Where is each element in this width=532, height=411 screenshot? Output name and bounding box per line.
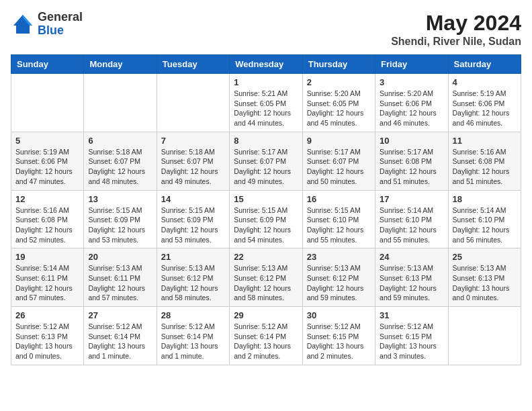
day-info: Sunrise: 5:13 AMSunset: 6:12 PMDaylight:…	[161, 263, 225, 303]
day-number: 31	[380, 310, 443, 320]
calendar-cell: 12Sunrise: 5:16 AMSunset: 6:08 PMDayligh…	[11, 190, 84, 248]
calendar-cell: 9Sunrise: 5:17 AMSunset: 6:07 PMDaylight…	[302, 132, 375, 190]
day-info: Sunrise: 5:14 AMSunset: 6:10 PMDaylight:…	[380, 205, 443, 245]
day-number: 17	[380, 194, 443, 204]
calendar-cell: 21Sunrise: 5:13 AMSunset: 6:12 PMDayligh…	[157, 248, 229, 307]
day-info: Sunrise: 5:12 AMSunset: 6:14 PMDaylight:…	[88, 322, 152, 361]
day-number: 14	[161, 194, 225, 204]
day-info: Sunrise: 5:19 AMSunset: 6:06 PMDaylight:…	[453, 89, 517, 128]
day-info: Sunrise: 5:13 AMSunset: 6:12 PMDaylight:…	[307, 263, 371, 303]
calendar-cell: 18Sunrise: 5:14 AMSunset: 6:10 PMDayligh…	[448, 190, 521, 248]
calendar-cell: 1Sunrise: 5:21 AMSunset: 6:05 PMDaylight…	[230, 74, 302, 132]
calendar-cell: 2Sunrise: 5:20 AMSunset: 6:05 PMDaylight…	[302, 74, 375, 132]
day-number: 11	[453, 136, 517, 146]
day-number: 26	[15, 310, 79, 320]
calendar-cell: 16Sunrise: 5:15 AMSunset: 6:10 PMDayligh…	[302, 190, 375, 248]
day-info: Sunrise: 5:14 AMSunset: 6:11 PMDaylight:…	[15, 263, 79, 303]
day-number: 10	[380, 136, 443, 146]
day-info: Sunrise: 5:12 AMSunset: 6:15 PMDaylight:…	[380, 322, 443, 361]
calendar-cell: 4Sunrise: 5:19 AMSunset: 6:06 PMDaylight…	[448, 74, 521, 132]
calendar-week-row: 5Sunrise: 5:19 AMSunset: 6:06 PMDaylight…	[11, 132, 521, 190]
calendar-cell: 27Sunrise: 5:12 AMSunset: 6:14 PMDayligh…	[84, 307, 157, 365]
calendar-cell: 8Sunrise: 5:17 AMSunset: 6:07 PMDaylight…	[230, 132, 302, 190]
weekday-header: Saturday	[448, 55, 521, 74]
day-info: Sunrise: 5:15 AMSunset: 6:09 PMDaylight:…	[234, 205, 298, 245]
weekday-header: Monday	[84, 55, 157, 74]
calendar-cell: 7Sunrise: 5:18 AMSunset: 6:07 PMDaylight…	[157, 132, 229, 190]
calendar: SundayMondayTuesdayWednesdayThursdayFrid…	[11, 54, 521, 365]
calendar-cell	[11, 74, 84, 132]
day-number: 21	[161, 252, 225, 262]
day-info: Sunrise: 5:13 AMSunset: 6:13 PMDaylight:…	[453, 263, 517, 303]
logo: General Blue	[11, 11, 83, 38]
day-number: 27	[88, 310, 152, 320]
day-number: 19	[15, 252, 79, 262]
calendar-cell: 22Sunrise: 5:13 AMSunset: 6:12 PMDayligh…	[230, 248, 302, 307]
logo-general-text: General	[38, 11, 83, 24]
weekday-header: Thursday	[302, 55, 375, 74]
calendar-week-row: 12Sunrise: 5:16 AMSunset: 6:08 PMDayligh…	[11, 190, 521, 248]
weekday-header-row: SundayMondayTuesdayWednesdayThursdayFrid…	[11, 55, 521, 74]
day-info: Sunrise: 5:16 AMSunset: 6:08 PMDaylight:…	[453, 147, 517, 187]
header: General Blue May 2024 Shendi, River Nile…	[11, 11, 521, 48]
day-number: 7	[161, 136, 225, 146]
day-info: Sunrise: 5:12 AMSunset: 6:14 PMDaylight:…	[161, 322, 225, 361]
day-number: 13	[88, 194, 152, 204]
logo-blue-text: Blue	[38, 24, 83, 38]
logo-icon	[11, 12, 35, 36]
day-info: Sunrise: 5:20 AMSunset: 6:06 PMDaylight:…	[380, 89, 443, 128]
calendar-cell: 23Sunrise: 5:13 AMSunset: 6:12 PMDayligh…	[302, 248, 375, 307]
day-info: Sunrise: 5:19 AMSunset: 6:06 PMDaylight:…	[15, 147, 79, 187]
calendar-cell: 11Sunrise: 5:16 AMSunset: 6:08 PMDayligh…	[448, 132, 521, 190]
day-number: 8	[234, 136, 298, 146]
day-info: Sunrise: 5:15 AMSunset: 6:10 PMDaylight:…	[307, 205, 371, 245]
calendar-cell	[157, 74, 229, 132]
calendar-cell: 30Sunrise: 5:12 AMSunset: 6:15 PMDayligh…	[302, 307, 375, 365]
day-info: Sunrise: 5:15 AMSunset: 6:09 PMDaylight:…	[161, 205, 225, 245]
day-info: Sunrise: 5:17 AMSunset: 6:08 PMDaylight:…	[380, 147, 443, 187]
day-number: 24	[380, 252, 443, 262]
weekday-header: Wednesday	[230, 55, 302, 74]
calendar-cell: 19Sunrise: 5:14 AMSunset: 6:11 PMDayligh…	[11, 248, 84, 307]
day-info: Sunrise: 5:13 AMSunset: 6:13 PMDaylight:…	[380, 263, 443, 303]
day-info: Sunrise: 5:13 AMSunset: 6:12 PMDaylight:…	[234, 263, 298, 303]
weekday-header: Friday	[375, 55, 448, 74]
day-number: 12	[15, 194, 79, 204]
day-info: Sunrise: 5:13 AMSunset: 6:11 PMDaylight:…	[88, 263, 152, 303]
calendar-cell: 14Sunrise: 5:15 AMSunset: 6:09 PMDayligh…	[157, 190, 229, 248]
weekday-header: Sunday	[11, 55, 84, 74]
calendar-week-row: 1Sunrise: 5:21 AMSunset: 6:05 PMDaylight…	[11, 74, 521, 132]
day-info: Sunrise: 5:20 AMSunset: 6:05 PMDaylight:…	[307, 89, 371, 128]
calendar-cell	[84, 74, 157, 132]
day-info: Sunrise: 5:17 AMSunset: 6:07 PMDaylight:…	[307, 147, 371, 187]
day-info: Sunrise: 5:21 AMSunset: 6:05 PMDaylight:…	[234, 89, 298, 128]
day-number: 3	[380, 77, 443, 87]
day-number: 22	[234, 252, 298, 262]
day-info: Sunrise: 5:12 AMSunset: 6:15 PMDaylight:…	[307, 322, 371, 361]
day-number: 28	[161, 310, 225, 320]
calendar-week-row: 26Sunrise: 5:12 AMSunset: 6:13 PMDayligh…	[11, 307, 521, 365]
title-area: May 2024 Shendi, River Nile, Sudan	[391, 11, 521, 48]
day-info: Sunrise: 5:18 AMSunset: 6:07 PMDaylight:…	[88, 147, 152, 187]
calendar-cell: 6Sunrise: 5:18 AMSunset: 6:07 PMDaylight…	[84, 132, 157, 190]
day-number: 30	[307, 310, 371, 320]
day-number: 5	[15, 136, 79, 146]
day-number: 20	[88, 252, 152, 262]
calendar-cell: 20Sunrise: 5:13 AMSunset: 6:11 PMDayligh…	[84, 248, 157, 307]
day-info: Sunrise: 5:17 AMSunset: 6:07 PMDaylight:…	[234, 147, 298, 187]
weekday-header: Tuesday	[157, 55, 229, 74]
calendar-cell: 17Sunrise: 5:14 AMSunset: 6:10 PMDayligh…	[375, 190, 448, 248]
calendar-cell	[448, 307, 521, 365]
day-info: Sunrise: 5:16 AMSunset: 6:08 PMDaylight:…	[15, 205, 79, 245]
day-number: 29	[234, 310, 298, 320]
day-info: Sunrise: 5:14 AMSunset: 6:10 PMDaylight:…	[453, 205, 517, 245]
calendar-week-row: 19Sunrise: 5:14 AMSunset: 6:11 PMDayligh…	[11, 248, 521, 307]
calendar-cell: 13Sunrise: 5:15 AMSunset: 6:09 PMDayligh…	[84, 190, 157, 248]
day-number: 2	[307, 77, 371, 87]
day-number: 25	[453, 252, 517, 262]
day-info: Sunrise: 5:12 AMSunset: 6:13 PMDaylight:…	[15, 322, 79, 361]
day-number: 6	[88, 136, 152, 146]
location-title: Shendi, River Nile, Sudan	[391, 36, 521, 48]
calendar-cell: 15Sunrise: 5:15 AMSunset: 6:09 PMDayligh…	[230, 190, 302, 248]
day-info: Sunrise: 5:18 AMSunset: 6:07 PMDaylight:…	[161, 147, 225, 187]
